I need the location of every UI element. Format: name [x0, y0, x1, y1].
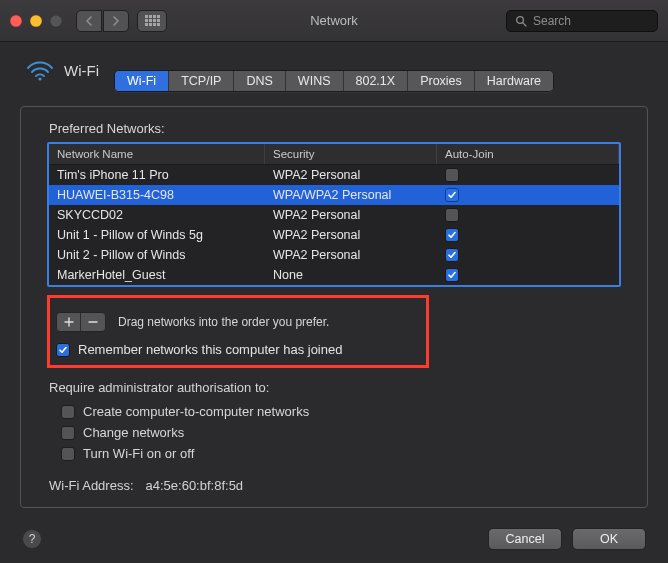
- admin-option-label: Turn Wi-Fi on or off: [83, 446, 194, 461]
- window-controls: [10, 15, 62, 27]
- admin-option: Change networks: [47, 422, 621, 443]
- admin-option-label: Change networks: [83, 425, 184, 440]
- add-network-button[interactable]: [57, 313, 81, 331]
- show-all-button[interactable]: [137, 10, 167, 32]
- wifi-address-label: Wi-Fi Address:: [49, 478, 134, 493]
- admin-option: Create computer-to-computer networks: [47, 401, 621, 422]
- cell-network-name: HUAWEI-B315-4C98: [49, 187, 265, 203]
- admin-option-checkbox[interactable]: [61, 447, 75, 461]
- cell-network-name: SKYCCD02: [49, 207, 265, 223]
- annotation-highlight: Drag networks into the order you prefer.…: [47, 295, 429, 368]
- svg-line-1: [523, 22, 526, 25]
- cell-security: WPA2 Personal: [265, 227, 437, 243]
- wifi-address-value: a4:5e:60:bf:8f:5d: [146, 478, 244, 493]
- grid-icon: [145, 15, 160, 26]
- back-button[interactable]: [76, 10, 102, 32]
- tabs-container: Wi-FiTCP/IPDNSWINS802.1XProxiesHardware: [20, 70, 648, 92]
- tab-tcpip[interactable]: TCP/IP: [169, 71, 234, 91]
- cell-auto-join: [437, 207, 619, 223]
- minimize-window-button[interactable]: [30, 15, 42, 27]
- cancel-button[interactable]: Cancel: [488, 528, 562, 550]
- tab-wins[interactable]: WINS: [286, 71, 344, 91]
- cell-security: WPA2 Personal: [265, 167, 437, 183]
- auto-join-checkbox[interactable]: [445, 228, 459, 242]
- col-network-name[interactable]: Network Name: [49, 144, 265, 164]
- col-security[interactable]: Security: [265, 144, 437, 164]
- remember-networks-checkbox[interactable]: [56, 343, 70, 357]
- cell-network-name: MarkerHotel_Guest: [49, 267, 265, 283]
- help-button[interactable]: ?: [22, 529, 42, 549]
- nav-buttons: [76, 10, 129, 32]
- search-field[interactable]: Search: [506, 10, 658, 32]
- admin-option: Turn Wi-Fi on or off: [47, 443, 621, 464]
- tab-wifi[interactable]: Wi-Fi: [115, 71, 169, 91]
- col-auto-join[interactable]: Auto-Join: [437, 144, 619, 164]
- forward-button[interactable]: [103, 10, 129, 32]
- tab-dns[interactable]: DNS: [234, 71, 285, 91]
- drag-hint: Drag networks into the order you prefer.: [118, 315, 329, 329]
- cell-auto-join: [437, 247, 619, 263]
- table-row[interactable]: Unit 1 - Pillow of Winds 5gWPA2 Personal: [49, 225, 619, 245]
- add-remove-control: [56, 312, 106, 332]
- table-row[interactable]: MarkerHotel_GuestNone: [49, 265, 619, 285]
- search-placeholder: Search: [533, 14, 571, 28]
- cell-network-name: Unit 1 - Pillow of Winds 5g: [49, 227, 265, 243]
- admin-auth-label: Require administrator authorisation to:: [49, 380, 621, 395]
- zoom-window-button[interactable]: [50, 15, 62, 27]
- tab-proxies[interactable]: Proxies: [408, 71, 475, 91]
- tab-hardware[interactable]: Hardware: [475, 71, 553, 91]
- cell-security: WPA2 Personal: [265, 247, 437, 263]
- cell-network-name: Unit 2 - Pillow of Winds: [49, 247, 265, 263]
- auto-join-checkbox[interactable]: [445, 248, 459, 262]
- preferred-networks-table[interactable]: Network Name Security Auto-Join Tim's iP…: [47, 142, 621, 287]
- window-title: Network: [310, 13, 358, 28]
- cell-auto-join: [437, 167, 619, 183]
- cell-auto-join: [437, 227, 619, 243]
- preferred-networks-label: Preferred Networks:: [49, 121, 621, 136]
- cell-security: WPA/WPA2 Personal: [265, 187, 437, 203]
- ok-button[interactable]: OK: [572, 528, 646, 550]
- content-area: Wi-Fi Wi-FiTCP/IPDNSWINS802.1XProxiesHar…: [0, 42, 668, 516]
- footer: ? Cancel OK: [0, 516, 668, 554]
- table-row[interactable]: Tim's iPhone 11 ProWPA2 Personal: [49, 165, 619, 185]
- titlebar: Network Search: [0, 0, 668, 42]
- cell-security: WPA2 Personal: [265, 207, 437, 223]
- sheet: Preferred Networks: Network Name Securit…: [20, 106, 648, 508]
- table-row[interactable]: Unit 2 - Pillow of WindsWPA2 Personal: [49, 245, 619, 265]
- admin-option-checkbox[interactable]: [61, 405, 75, 419]
- tab-8021x[interactable]: 802.1X: [344, 71, 409, 91]
- auto-join-checkbox[interactable]: [445, 208, 459, 222]
- table-header: Network Name Security Auto-Join: [49, 144, 619, 165]
- wifi-address-row: Wi-Fi Address: a4:5e:60:bf:8f:5d: [47, 464, 621, 493]
- table-row[interactable]: SKYCCD02WPA2 Personal: [49, 205, 619, 225]
- auto-join-checkbox[interactable]: [445, 168, 459, 182]
- remove-network-button[interactable]: [81, 313, 105, 331]
- remember-networks-label: Remember networks this computer has join…: [78, 342, 342, 357]
- admin-option-label: Create computer-to-computer networks: [83, 404, 309, 419]
- search-icon: [515, 15, 527, 27]
- cell-network-name: Tim's iPhone 11 Pro: [49, 167, 265, 183]
- cell-security: None: [265, 267, 437, 283]
- cell-auto-join: [437, 187, 619, 203]
- admin-option-checkbox[interactable]: [61, 426, 75, 440]
- auto-join-checkbox[interactable]: [445, 268, 459, 282]
- auto-join-checkbox[interactable]: [445, 188, 459, 202]
- close-window-button[interactable]: [10, 15, 22, 27]
- cell-auto-join: [437, 267, 619, 283]
- table-row[interactable]: HUAWEI-B315-4C98WPA/WPA2 Personal: [49, 185, 619, 205]
